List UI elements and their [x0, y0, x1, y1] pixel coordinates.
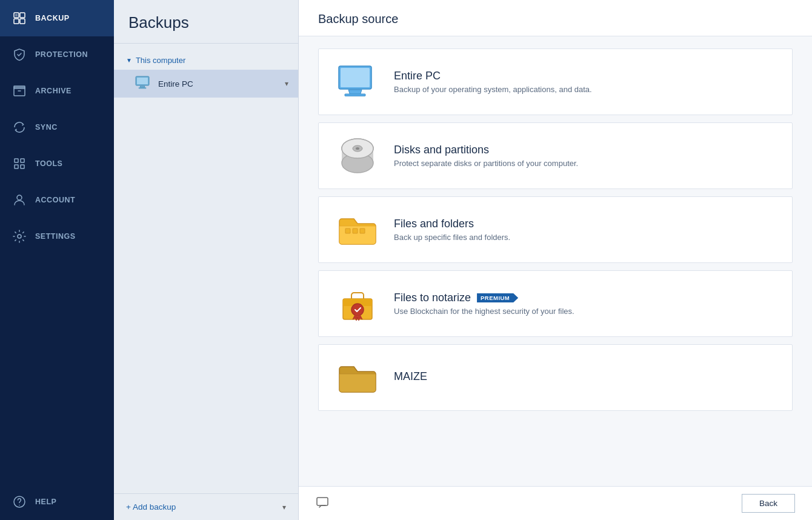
help-icon	[12, 495, 27, 509]
svg-rect-16	[139, 88, 146, 89]
svg-rect-18	[341, 68, 370, 87]
svg-rect-28	[360, 228, 365, 233]
sidebar-item-protection[interactable]: PROTECTION	[0, 36, 114, 73]
svg-rect-6	[15, 159, 18, 162]
tree-child-chevron-icon: ▾	[285, 79, 288, 88]
backup-card-notarize[interactable]: Files to notarize PREMIUM Use Blockchain…	[318, 270, 793, 337]
svg-point-31	[351, 304, 364, 316]
entire-pc-desc: Backup of your operating system, applica…	[394, 85, 775, 94]
disks-text: Disks and partitions Protect separate di…	[394, 144, 775, 168]
main-bottom-bar: Back	[299, 486, 812, 520]
premium-badge: PREMIUM	[477, 293, 518, 302]
notarize-desc: Use Blockchain for the highest security …	[394, 307, 775, 316]
sidebar-label-help: HELP	[35, 498, 56, 506]
middle-bottom-bar: + Add backup ▾	[114, 493, 298, 520]
files-folders-icon	[336, 210, 379, 249]
notarize-title: Files to notarize PREMIUM	[394, 292, 775, 304]
svg-rect-3	[20, 19, 25, 24]
entire-pc-title: Entire PC	[394, 70, 775, 82]
notarize-icon	[336, 284, 379, 323]
maize-title: MAIZE	[394, 370, 775, 383]
tree-arrow-icon: ▼	[126, 57, 132, 64]
archive-icon	[12, 84, 27, 98]
maize-icon	[336, 358, 379, 397]
backup-source-list: Entire PC Backup of your operating syste…	[299, 36, 812, 486]
sidebar-item-sync[interactable]: SYNC	[0, 109, 114, 145]
sidebar-item-tools[interactable]: TOOLS	[0, 145, 114, 182]
sidebar-item-account[interactable]: ACCOUNT	[0, 182, 114, 218]
sync-icon	[12, 120, 27, 135]
sidebar-item-archive[interactable]: ARCHIVE	[0, 73, 114, 109]
files-folders-title: Files and folders	[394, 218, 775, 230]
backup-icon	[12, 11, 27, 25]
files-folders-desc: Back up specific files and folders.	[394, 233, 775, 242]
add-backup-label: + Add backup	[126, 502, 176, 512]
files-folders-text: Files and folders Back up specific files…	[394, 218, 775, 242]
main-content: Backup source Entire PC Backup of your o…	[299, 0, 812, 520]
sidebar-label-tools: TOOLS	[35, 159, 62, 168]
disks-desc: Protect separate disks or partitions of …	[394, 159, 775, 168]
svg-point-13	[19, 505, 20, 506]
tree-child-label: Entire PC	[158, 79, 279, 88]
monitor-icon	[135, 76, 152, 92]
protection-icon	[12, 47, 27, 62]
svg-point-10	[17, 195, 22, 200]
svg-rect-26	[345, 228, 350, 233]
svg-rect-8	[15, 165, 18, 168]
add-backup-chevron-icon: ▾	[282, 503, 286, 512]
sidebar-label-archive: ARCHIVE	[35, 87, 72, 95]
settings-icon	[12, 229, 27, 244]
svg-point-25	[356, 147, 359, 150]
middle-panel: Backups ▼ This computer Entire PC ▾ + Ad…	[114, 0, 299, 520]
backup-card-files-folders[interactable]: Files and folders Back up specific files…	[318, 196, 793, 263]
main-header: Backup source	[299, 0, 812, 36]
add-backup-button[interactable]: + Add backup	[126, 502, 176, 512]
disks-icon	[336, 136, 379, 175]
svg-rect-7	[21, 159, 24, 162]
entire-pc-text: Entire PC Backup of your operating syste…	[394, 70, 775, 94]
nav-sidebar: BACKUP PROTECTION ARCHIVE	[0, 0, 114, 520]
svg-rect-27	[353, 228, 358, 233]
tree-parent-this-computer[interactable]: ▼ This computer	[114, 52, 298, 68]
svg-point-11	[18, 235, 21, 238]
svg-rect-2	[14, 19, 19, 24]
notarize-text: Files to notarize PREMIUM Use Blockchain…	[394, 292, 775, 316]
svg-rect-32	[317, 498, 328, 505]
panel-title: Backups	[114, 0, 298, 44]
sidebar-label-protection: PROTECTION	[35, 50, 88, 59]
sidebar-label-account: ACCOUNT	[35, 196, 75, 204]
account-icon	[12, 193, 27, 207]
sidebar-item-help[interactable]: HELP	[0, 484, 114, 520]
back-button[interactable]: Back	[742, 494, 795, 513]
chat-button[interactable]	[316, 496, 329, 511]
svg-rect-9	[21, 165, 24, 168]
sidebar-label-settings: SETTINGS	[35, 232, 76, 241]
maize-text: MAIZE	[394, 370, 775, 385]
backup-card-entire-pc[interactable]: Entire PC Backup of your operating syste…	[318, 48, 793, 115]
svg-rect-19	[345, 94, 365, 96]
tools-icon	[12, 156, 27, 171]
main-header-title: Backup source	[318, 12, 398, 25]
sidebar-item-backup[interactable]: BACKUP	[0, 0, 114, 36]
tree-child-entire-pc[interactable]: Entire PC ▾	[114, 70, 298, 98]
svg-rect-15	[137, 78, 148, 84]
disks-title: Disks and partitions	[394, 144, 775, 156]
tree-parent-label: This computer	[136, 56, 185, 65]
svg-rect-1	[20, 13, 25, 18]
sidebar-item-settings[interactable]: SETTINGS	[0, 218, 114, 255]
backup-tree: ▼ This computer Entire PC ▾	[114, 44, 298, 493]
backup-card-disks[interactable]: Disks and partitions Protect separate di…	[318, 122, 793, 189]
sidebar-label-sync: SYNC	[35, 123, 58, 132]
backup-card-maize[interactable]: MAIZE	[318, 344, 793, 411]
entire-pc-icon	[336, 62, 379, 101]
sidebar-label-backup: BACKUP	[35, 14, 70, 22]
